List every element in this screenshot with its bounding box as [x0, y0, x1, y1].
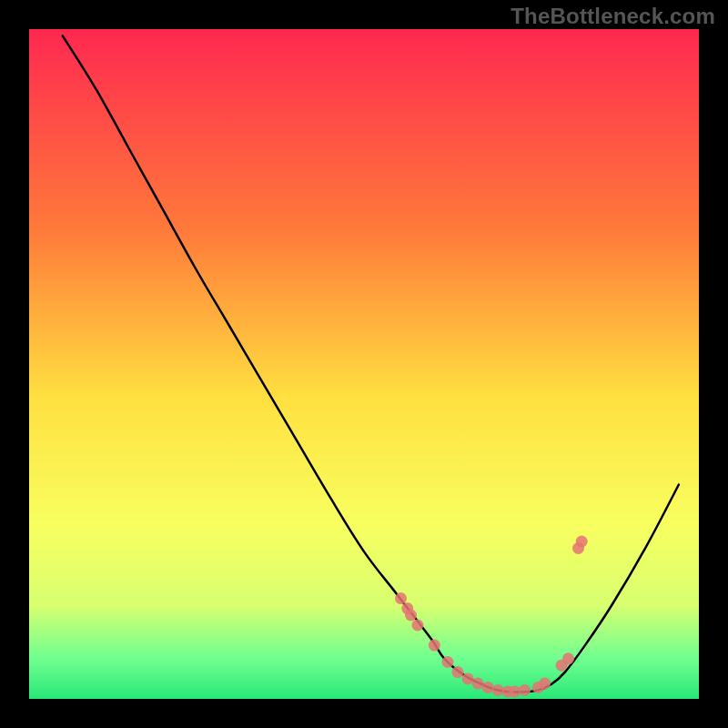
data-point — [411, 620, 423, 632]
bottleneck-chart — [0, 0, 728, 728]
data-point — [539, 678, 551, 690]
data-point — [482, 682, 494, 693]
data-point — [472, 678, 484, 690]
data-point — [509, 685, 521, 697]
data-point — [395, 592, 407, 604]
data-point — [442, 656, 454, 668]
watermark-label: TheBottleneck.com — [511, 4, 715, 29]
data-point — [562, 652, 574, 664]
data-point — [519, 684, 531, 696]
data-point — [405, 610, 417, 622]
data-point — [492, 684, 504, 696]
data-point — [576, 536, 588, 548]
plot-background — [29, 29, 699, 699]
data-point — [429, 640, 440, 652]
data-point — [452, 666, 464, 678]
chart-container: TheBottleneck.com — [0, 0, 728, 728]
